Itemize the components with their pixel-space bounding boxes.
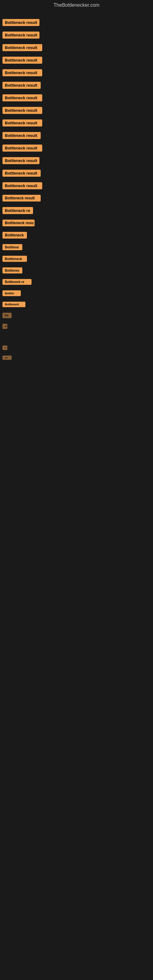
bottleneck-result-badge[interactable]: Bottleneck resu — [2, 220, 35, 226]
bottleneck-result-badge[interactable]: Bottleneck result — [2, 170, 41, 177]
bottleneck-result-badge[interactable]: Bottleneck result — [2, 69, 42, 76]
bottleneck-result-badge[interactable]: Bottleneck — [2, 302, 26, 307]
site-title: TheBottlenecker.com — [0, 0, 153, 10]
bottleneck-result-badge[interactable]: Bottleneck re — [2, 279, 32, 285]
bottleneck-result-badge[interactable]: Bottleneck re — [2, 207, 33, 214]
result-item[interactable]: Bottleneck — [2, 232, 151, 239]
bottleneck-result-badge[interactable]: B — [2, 324, 7, 329]
result-item[interactable]: Bottleneck — [2, 302, 151, 307]
result-item[interactable]: Bottleneck result — [2, 19, 151, 26]
result-item[interactable]: Bottleneck result — [2, 119, 151, 126]
bottleneck-result-badge[interactable]: Bottleneck result — [2, 195, 41, 202]
bottleneck-result-badge[interactable]: Bottleneck result — [2, 119, 42, 126]
bottleneck-result-badge[interactable]: Bottleneck result — [2, 57, 42, 64]
result-item[interactable]: Bo — [2, 313, 151, 318]
result-item[interactable]: Bottleneck result — [2, 82, 151, 89]
result-item[interactable]: Bottleneck result — [2, 157, 151, 164]
bottleneck-result-badge[interactable]: Bottleneck result — [2, 19, 40, 26]
bottleneck-result-badge[interactable]: Bottleneck result — [2, 82, 41, 89]
result-item[interactable]: Bottlenec — [2, 267, 151, 274]
result-item[interactable]: Bottleneck re — [2, 279, 151, 285]
bottleneck-result-badge[interactable]: Bottlene — [2, 244, 22, 250]
bottleneck-result-badge[interactable]: Bottleneck — [2, 256, 27, 262]
result-item[interactable]: Bottleneck result — [2, 170, 151, 177]
result-item[interactable]: Bottler — [2, 290, 151, 296]
bottleneck-result-badge[interactable]: | — [2, 345, 7, 350]
bottleneck-result-badge[interactable]: Bottleneck result — [2, 107, 42, 114]
result-items-container: Bottleneck resultBottleneck resultBottle… — [0, 10, 153, 396]
bottleneck-result-badge[interactable]: Bottleneck result — [2, 182, 42, 189]
bottleneck-result-badge[interactable]: Bo — [2, 313, 12, 318]
bottleneck-result-badge[interactable]: Bottlenec — [2, 267, 22, 274]
bottleneck-result-badge[interactable]: Bottleneck result — [2, 94, 42, 101]
bottleneck-result-badge[interactable]: Bottleneck result — [2, 145, 42, 151]
bottleneck-result-badge[interactable]: Bottleneck result — [2, 32, 40, 38]
result-item[interactable]: Bottleneck — [2, 256, 151, 262]
result-item[interactable]: Bottleneck resu — [2, 220, 151, 226]
result-item[interactable]: Bottleneck result — [2, 107, 151, 114]
result-item[interactable]: Bottlene — [2, 244, 151, 250]
result-item[interactable]: Bottleneck result — [2, 145, 151, 151]
result-item[interactable]: Bot — [2, 356, 151, 360]
bottleneck-result-badge[interactable]: Bottleneck result — [2, 44, 42, 51]
result-item[interactable]: Bottleneck result — [2, 94, 151, 101]
result-item[interactable]: Bottleneck result — [2, 32, 151, 38]
bottleneck-result-badge[interactable]: Bottleneck result — [2, 132, 41, 139]
bottleneck-result-badge[interactable]: Bot — [2, 356, 12, 360]
bottleneck-result-badge[interactable]: Bottleneck — [2, 232, 27, 239]
result-item[interactable]: B — [2, 324, 151, 329]
result-item[interactable]: Bottleneck result — [2, 69, 151, 76]
result-item[interactable]: Bottleneck result — [2, 57, 151, 64]
bottleneck-result-badge[interactable]: Bottler — [2, 290, 21, 296]
result-item[interactable]: Bottleneck result — [2, 44, 151, 51]
result-item[interactable]: Bottleneck re — [2, 207, 151, 214]
result-item[interactable]: Bottleneck result — [2, 132, 151, 139]
result-item[interactable]: | — [2, 345, 151, 350]
bottleneck-result-badge[interactable]: Bottleneck result — [2, 157, 40, 164]
site-title-text: TheBottlenecker.com — [54, 2, 99, 8]
result-item[interactable]: Bottleneck result — [2, 195, 151, 202]
result-item[interactable]: Bottleneck result — [2, 182, 151, 189]
